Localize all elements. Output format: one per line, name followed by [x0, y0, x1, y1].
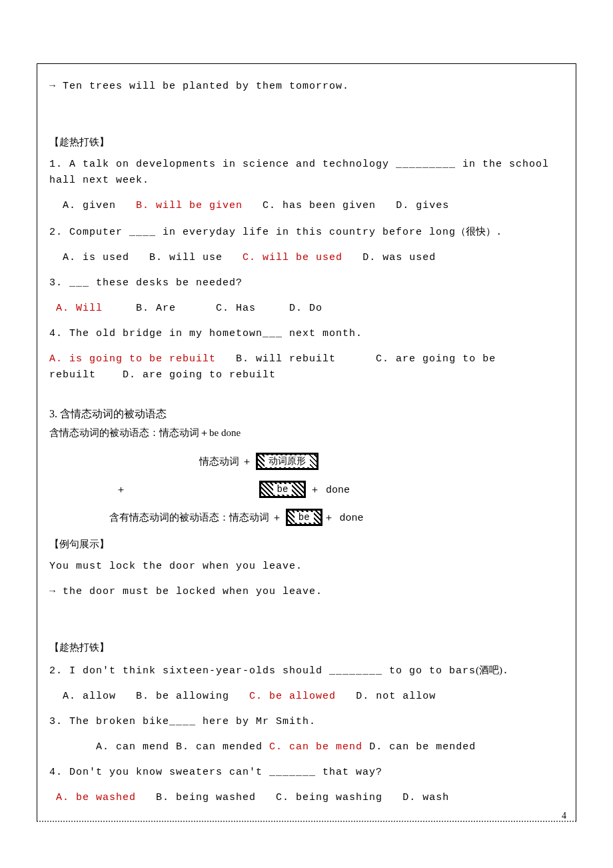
- p2-q2-stem-post-b: .: [502, 665, 509, 677]
- p2-q4-blank: _______: [269, 767, 316, 778]
- q2-blank: ____: [129, 227, 156, 238]
- intro-text: Ten trees will be planted by them tomorr…: [63, 81, 349, 92]
- diagram-row2-box: be: [273, 484, 293, 495]
- q4-blank: ___: [263, 328, 283, 339]
- example-line2: the door must be locked when you leave.: [63, 586, 322, 597]
- example-line2-row: → the door must be locked when you leave…: [49, 584, 564, 600]
- p2-q2-opt-d: D. not allow: [356, 691, 436, 702]
- q1-options: A. given B. will be given C. has been gi…: [49, 198, 564, 214]
- diagram-row2-right: ＋ done: [310, 483, 350, 496]
- hatched-box-icon: 动词原形: [256, 453, 318, 470]
- p2-q2-stem-pre: 2. I don't think sixteen-year-olds shoul…: [49, 665, 329, 677]
- p2-q4-opt-a: A. be washed: [56, 792, 136, 803]
- diagram-row2-plus: ＋: [116, 483, 126, 496]
- p2-q3-options: A. can mend B. can mended C. can be mend…: [49, 739, 564, 755]
- grammar-subheading: 含情态动词的被动语态：情态动词＋be done: [49, 427, 564, 439]
- p2-q2-stem: 2. I don't think sixteen-year-olds shoul…: [49, 662, 564, 679]
- q1-opt-b: B. will be given: [136, 200, 243, 211]
- p2-q2-paren: (酒吧): [476, 665, 502, 675]
- q3-opt-c: C. Has: [216, 303, 256, 314]
- q1-blank: _________: [396, 159, 456, 170]
- q2-paren: （很快）: [456, 226, 496, 237]
- arrow-icon: →: [49, 586, 56, 597]
- diagram-row-2: ＋ be ＋ done: [49, 481, 564, 498]
- q4-stem-pre: 4. The old bridge in my hometown: [49, 328, 263, 339]
- p2-q3-stem: 3. The broken bike____ here by Mr Smith.: [49, 714, 564, 730]
- intro-sentence: → Ten trees will be planted by them tomo…: [49, 79, 564, 95]
- page-number: 4: [562, 811, 566, 821]
- diagram-row3-right: ＋ done: [324, 511, 364, 524]
- q3-options: A. Will B. Are C. Has D. Do: [49, 301, 564, 317]
- q3-stem-post: these desks be needed?: [89, 277, 243, 289]
- q1-stem: 1. A talk on developments in science and…: [49, 157, 564, 189]
- diagram-row-3: 含有情态动词的被动语态：情态动词 ＋ be ＋ done: [49, 509, 564, 526]
- diagram-row-1: 情态动词 ＋ 动词原形: [49, 453, 564, 470]
- q4-opt-a: A. is going to be rebuilt: [49, 353, 216, 365]
- q1-opt-a: A. given: [63, 200, 116, 211]
- diagram-row3-left: 含有情态动词的被动语态：情态动词 ＋: [109, 511, 282, 524]
- grammar-heading: 3. 含情态动词的被动语态: [49, 407, 564, 421]
- p2-q3-opt-d: D. can be mended: [369, 741, 476, 753]
- p2-q4-stem: 4. Don't you know sweaters can't _______…: [49, 765, 564, 781]
- page: → Ten trees will be planted by them tomo…: [0, 0, 613, 868]
- q4-stem: 4. The old bridge in my hometown___ next…: [49, 326, 564, 342]
- spacer: [49, 104, 564, 116]
- q4-opt-b: B. will rebuilt: [236, 353, 336, 365]
- p2-q3-opt-a: A. can mend: [96, 741, 169, 753]
- q3-stem-pre: 3.: [49, 277, 69, 289]
- q3-opt-b: B. Are: [136, 303, 176, 314]
- p2-q2-opt-c: C. be allowed: [249, 691, 336, 702]
- p2-q2-opt-b: B. be allowing: [136, 691, 229, 702]
- p2-q4-stem-pre: 4. Don't you know sweaters can't: [49, 767, 269, 778]
- diagram-row3-box: be: [295, 512, 314, 523]
- p2-q3-opt-c: C. can be mend: [269, 741, 362, 753]
- q2-options: A. is used B. will use C. will be used D…: [49, 250, 564, 266]
- grammar-diagram: 情态动词 ＋ 动词原形 ＋ be ＋ done 含有情态动词的被动语态：情态动词…: [49, 453, 564, 526]
- q3-stem: 3. ___ these desks be needed?: [49, 275, 564, 291]
- q2-opt-c: C. will be used: [243, 252, 342, 263]
- p2-q2-blank: ________: [329, 665, 382, 677]
- q4-stem-post: next month.: [283, 328, 362, 339]
- q2-stem-pre: 2. Computer: [49, 227, 129, 238]
- p2-q3-blank: ____: [169, 716, 196, 727]
- hatched-box-icon: be: [286, 509, 322, 526]
- hatched-box-icon: be: [259, 481, 306, 498]
- q1-opt-d: D. gives: [396, 200, 449, 211]
- q4-opt-d: D. are going to rebuilt: [123, 369, 276, 381]
- q2-opt-b: B. will use: [149, 252, 223, 263]
- p2-q4-opt-c: C. being washing: [276, 792, 382, 803]
- practice1-title: 【趁热打铁】: [49, 136, 564, 149]
- q3-opt-a: A. Will: [56, 303, 103, 314]
- p2-q3-opt-b: B. can mended: [176, 741, 263, 753]
- q2-stem: 2. Computer ____ in everyday life in thi…: [49, 223, 564, 241]
- content-box: → Ten trees will be planted by them tomo…: [37, 63, 576, 822]
- q1-opt-c: C. has been given: [263, 200, 376, 211]
- example-title: 【例句展示】: [49, 538, 564, 551]
- diagram-row1-left: 情态动词 ＋: [199, 455, 252, 468]
- p2-q4-options: A. be washed B. being washed C. being wa…: [49, 790, 564, 806]
- spacer: [49, 609, 564, 621]
- p2-q2-options: A. allow B. be allowing C. be allowed D.…: [49, 689, 564, 705]
- q2-opt-a: A. is used: [63, 252, 129, 263]
- practice2-title: 【趁热打铁】: [49, 641, 564, 654]
- q4-options: A. is going to be rebuilt B. will rebuil…: [49, 351, 564, 383]
- p2-q4-opt-d: D. wash: [402, 792, 449, 803]
- q2-opt-d: D. was used: [362, 252, 436, 263]
- q3-opt-d: D. Do: [289, 303, 322, 314]
- p2-q3-stem-pre: 3. The broken bike: [49, 716, 169, 727]
- p2-q2-opt-a: A. allow: [63, 691, 116, 702]
- q2-stem-post-b: .: [496, 227, 502, 238]
- p2-q3-stem-post: here by Mr Smith.: [196, 716, 316, 727]
- q1-stem-pre: 1. A talk on developments in science and…: [49, 159, 396, 170]
- p2-q4-opt-b: B. being washed: [156, 792, 256, 803]
- p2-q4-stem-post: that way?: [316, 767, 382, 778]
- q2-stem-post-a: in everyday life in this country before …: [156, 227, 456, 238]
- example-line1: You must lock the door when you leave.: [49, 559, 564, 575]
- arrow-icon: →: [49, 81, 56, 92]
- q3-blank: ___: [69, 277, 89, 289]
- p2-q2-stem-post-a: to go to bars: [382, 665, 476, 677]
- diagram-row1-box: 动词原形: [265, 455, 310, 467]
